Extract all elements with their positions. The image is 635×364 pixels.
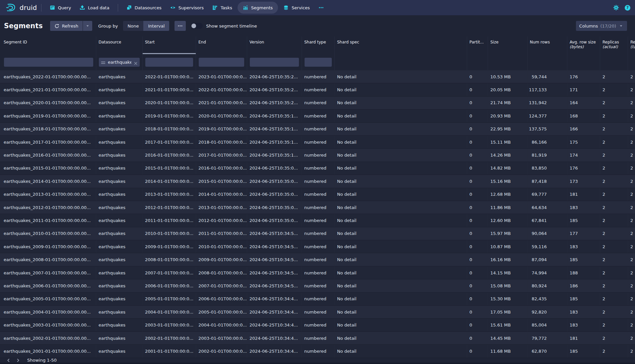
cell-shard_type[interactable]: numbered <box>302 266 335 279</box>
cell-replication_factor[interactable]: 2 <box>628 83 635 96</box>
cell-start[interactable]: 2020-01-01T00:00:0... <box>143 97 196 109</box>
cell-version[interactable]: 2024-06-25T10:35:1... <box>247 136 302 148</box>
cell-replication_factor[interactable]: 2 <box>628 201 635 214</box>
column-header-start[interactable]: Start <box>143 36 196 54</box>
cell-segment_id[interactable]: earthquakes_2010-01-01T00:00:00.00... <box>1 227 96 240</box>
cell-start[interactable]: 2003-01-01T00:00:0... <box>143 319 196 331</box>
cell-datasource[interactable]: earthquakes <box>96 240 143 253</box>
cell-datasource[interactable]: earthquakes <box>96 332 143 344</box>
cell-shard_type[interactable]: numbered <box>302 188 335 201</box>
cell-size[interactable]: 17.05 MB <box>488 306 528 318</box>
cell-start[interactable]: 2009-01-01T00:00:0... <box>143 240 196 253</box>
cell-end[interactable]: 2016-01-01T00:00:0... <box>196 162 247 175</box>
cell-replicas[interactable]: 2 <box>600 149 628 161</box>
cell-shard_spec[interactable]: No detail <box>335 149 467 161</box>
cell-start[interactable]: 2013-01-01T00:00:0... <box>143 188 196 201</box>
cell-start[interactable]: 2007-01-01T00:00:0... <box>143 266 196 279</box>
cell-avg_row_size[interactable]: 166 <box>567 123 600 135</box>
cell-version[interactable]: 2024-06-25T10:35:0... <box>247 188 302 201</box>
cell-version[interactable]: 2024-06-25T10:35:1... <box>247 123 302 135</box>
cell-end[interactable]: 2010-01-01T00:00:0... <box>196 240 247 253</box>
cell-replicas[interactable]: 2 <box>600 123 628 135</box>
column-header-size[interactable]: Size <box>488 36 528 54</box>
cell-version[interactable]: 2024-06-25T10:35:0... <box>247 214 302 227</box>
cell-replication_factor[interactable]: 2 <box>628 162 635 175</box>
cell-version[interactable]: 2024-06-25T10:34:5... <box>247 227 302 240</box>
cell-num_rows[interactable]: 69,777 <box>528 188 567 201</box>
column-header-shard_spec[interactable]: Shard spec <box>335 36 467 54</box>
cell-size[interactable]: 14.45 MB <box>488 332 528 344</box>
cell-shard_spec[interactable]: No detail <box>335 227 467 240</box>
cell-replication_factor[interactable]: 2 <box>628 188 635 201</box>
cell-segment_id[interactable]: earthquakes_2016-01-01T00:00:00.00... <box>1 149 96 161</box>
cell-shard_type[interactable]: numbered <box>302 136 335 148</box>
cell-replication_factor[interactable]: 2 <box>628 253 635 266</box>
cell-size[interactable]: 20.05 MB <box>488 83 528 96</box>
cell-start[interactable]: 2001-01-01T00:00:0... <box>143 345 196 357</box>
cell-size[interactable]: 10.53 MB <box>488 70 528 83</box>
cell-size[interactable]: 14.26 MB <box>488 149 528 161</box>
cell-shard_spec[interactable]: No detail <box>335 279 467 292</box>
cell-num_rows[interactable]: 117,133 <box>528 83 567 96</box>
nav-item-query[interactable]: Query <box>45 2 76 14</box>
cell-shard_spec[interactable]: No detail <box>335 175 467 187</box>
cell-size[interactable]: 15.61 MB <box>488 319 528 331</box>
column-header-avg_row_size[interactable]: Avg. row size(bytes) <box>567 36 600 54</box>
cell-segment_id[interactable]: earthquakes_2004-01-01T00:00:00.00... <box>1 306 96 318</box>
cell-avg_row_size[interactable]: 173 <box>567 175 600 187</box>
cell-datasource[interactable]: earthquakes <box>96 345 143 357</box>
cell-size[interactable]: 20.93 MB <box>488 109 528 122</box>
cell-size[interactable]: 15.97 MB <box>488 227 528 240</box>
cell-replication_factor[interactable]: 2 <box>628 70 635 83</box>
help-icon[interactable]: ? <box>625 5 630 11</box>
cell-datasource[interactable]: earthquakes <box>96 266 143 279</box>
cell-replication_factor[interactable]: 2 <box>628 123 635 135</box>
cell-avg_row_size[interactable]: 185 <box>567 345 600 357</box>
cell-shard_type[interactable]: numbered <box>302 70 335 83</box>
cell-num_rows[interactable]: 87,418 <box>528 175 567 187</box>
cell-replicas[interactable]: 2 <box>600 293 628 305</box>
column-header-end[interactable]: End <box>196 36 247 54</box>
cell-num_rows[interactable]: 83,850 <box>528 162 567 175</box>
cell-size[interactable]: 22.95 MB <box>488 123 528 135</box>
nav-item-segments[interactable]: Segments <box>238 2 278 14</box>
column-header-replication_factor[interactable]: Replication factor(target) <box>628 36 635 54</box>
cell-shard_type[interactable]: numbered <box>302 345 335 357</box>
cell-shard_type[interactable]: numbered <box>302 123 335 135</box>
cell-replicas[interactable]: 2 <box>600 306 628 318</box>
cell-end[interactable]: 2017-01-01T00:00:0... <box>196 149 247 161</box>
cell-partition[interactable]: 0 <box>467 149 488 161</box>
cell-replication_factor[interactable]: 2 <box>628 345 635 357</box>
cell-start[interactable]: 2011-01-01T00:00:0... <box>143 214 196 227</box>
cell-size[interactable]: 11.86 MB <box>488 201 528 214</box>
cell-start[interactable]: 2015-01-01T00:00:0... <box>143 162 196 175</box>
filter-input-start[interactable] <box>145 58 193 67</box>
cell-avg_row_size[interactable]: 183 <box>567 240 600 253</box>
cell-replicas[interactable]: 2 <box>600 240 628 253</box>
cell-size[interactable]: 12.60 MB <box>488 214 528 227</box>
cell-shard_type[interactable]: numbered <box>302 175 335 187</box>
cell-version[interactable]: 2024-06-25T10:35:0... <box>247 201 302 214</box>
cell-shard_type[interactable]: numbered <box>302 306 335 318</box>
cell-num_rows[interactable]: 59,744 <box>528 70 567 83</box>
cell-shard_type[interactable]: numbered <box>302 319 335 331</box>
cell-replicas[interactable]: 2 <box>600 70 628 83</box>
cell-start[interactable]: 2004-01-01T00:00:0... <box>143 306 196 318</box>
cell-replication_factor[interactable]: 2 <box>628 319 635 331</box>
cell-shard_spec[interactable]: No detail <box>335 214 467 227</box>
cell-segment_id[interactable]: earthquakes_2022-01-01T00:00:00.00... <box>1 70 96 83</box>
cell-start[interactable]: 2012-01-01T00:00:0... <box>143 201 196 214</box>
cell-segment_id[interactable]: earthquakes_2017-01-01T00:00:00.00... <box>1 136 96 148</box>
cell-avg_row_size[interactable]: 177 <box>567 227 600 240</box>
cell-partition[interactable]: 0 <box>467 293 488 305</box>
cell-version[interactable]: 2024-06-25T10:34:5... <box>247 253 302 266</box>
cell-num_rows[interactable]: 79,772 <box>528 332 567 344</box>
cell-end[interactable]: 2004-01-01T00:00:0... <box>196 319 247 331</box>
more-options-button[interactable] <box>175 21 186 31</box>
cell-shard_type[interactable]: numbered <box>302 214 335 227</box>
cell-partition[interactable]: 0 <box>467 266 488 279</box>
cell-num_rows[interactable]: 137,575 <box>528 123 567 135</box>
cell-avg_row_size[interactable]: 171 <box>567 83 600 96</box>
cell-avg_row_size[interactable]: 181 <box>567 332 600 344</box>
cell-size[interactable]: 12.68 MB <box>488 188 528 201</box>
